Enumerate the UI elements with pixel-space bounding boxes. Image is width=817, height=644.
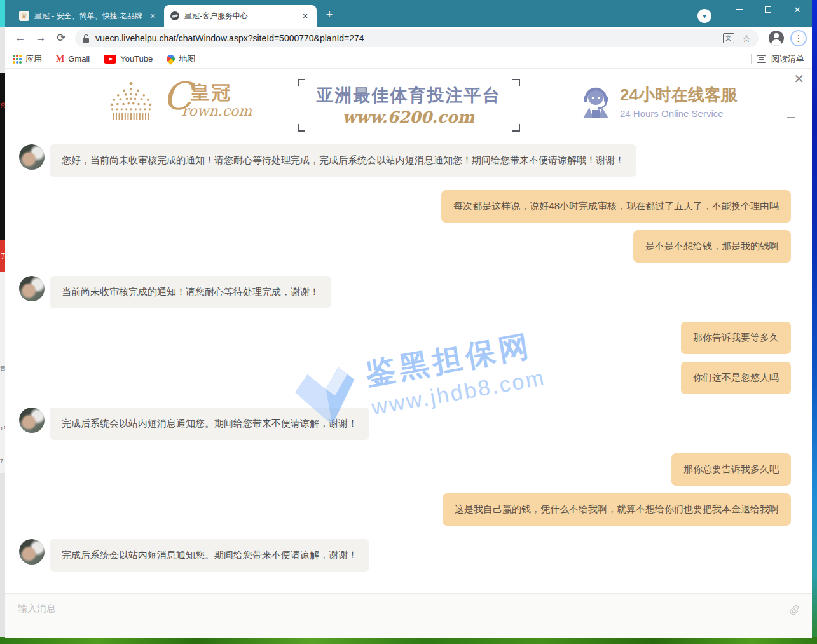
tab-close-icon[interactable]: ✕ xyxy=(148,11,158,21)
service-24h: 24小时在线客服 24 Hours Online Service xyxy=(579,84,738,119)
service-title-en: 24 Hours Online Service xyxy=(620,108,738,119)
lock-icon xyxy=(83,34,89,43)
service-title-cn: 24小时在线客服 xyxy=(620,84,738,106)
bracket-corner xyxy=(298,79,305,86)
chat-message-row: 当前尚未收审核完成的通知！请您耐心等待处理完成，谢谢！ xyxy=(19,276,791,308)
edge-segment-red: 子 xyxy=(0,240,5,272)
tab-close-icon[interactable]: ✕ xyxy=(300,11,310,21)
bookmark-label: YouTube xyxy=(120,54,153,64)
tab-customer-service[interactable]: 皇冠-客户服务中心 ✕ xyxy=(164,5,317,27)
bookmark-maps[interactable]: 地图 xyxy=(167,53,195,65)
banner-url: www.6200.com xyxy=(317,108,501,127)
promo-banner: 亚洲最佳体育投注平台 www.6200.com xyxy=(298,79,520,132)
url-text[interactable]: vuecn.livehelpu.chat/chatWindow.aspx?sit… xyxy=(95,33,723,43)
translate-icon[interactable]: 文 xyxy=(723,33,734,43)
chat-message-row: 每次都是这样说，说好48小时完成审核，现在都过了五天了，不能换个理由吗 xyxy=(19,190,791,223)
tab-title: 皇冠-客户服务中心 xyxy=(184,11,295,22)
forward-button[interactable]: → xyxy=(32,29,50,47)
agent-avatar xyxy=(19,276,45,301)
browser-window: ♛ 皇冠 - 安全、简单、快捷.老品牌 ✕ 皇冠-客户服务中心 ✕ + ▾ ✕ … xyxy=(5,0,812,638)
browser-toolbar: ← → ⟳ vuecn.livehelpu.chat/chatWindow.as… xyxy=(5,27,812,50)
crown-logo: C 皇冠 rown.com xyxy=(102,78,258,123)
edge-text-fragment: 子 xyxy=(0,252,5,261)
bookmark-star-icon[interactable]: ☆ xyxy=(742,32,751,45)
download-indicator-icon[interactable]: ▾ xyxy=(697,9,711,23)
bookmarks-bar: 应用 M Gmail YouTube 地图 阅读清单 xyxy=(5,50,812,69)
agent-message-bubble: 完成后系统会以站内短消息通知您。期间给您带来不便请谅解，谢谢！ xyxy=(50,408,369,440)
crown-wordmark: C 皇冠 rown.com xyxy=(163,78,258,123)
new-tab-button[interactable]: + xyxy=(320,6,338,24)
edge-segment-cyan xyxy=(0,0,5,27)
profile-avatar-icon[interactable] xyxy=(769,31,784,46)
edge-text-fragment: 7 xyxy=(0,458,5,464)
edge-text-fragment: 告 xyxy=(0,364,5,373)
chat-message-row: 这是我自己赢的钱，凭什么不给我啊，就算不想给你们也要把我本金退给我啊 xyxy=(19,493,791,526)
message-input-area xyxy=(5,593,812,638)
agent-message-bubble: 完成后系统会以站内短消息通知您。期间给您带来不便请谅解，谢谢！ xyxy=(50,539,369,572)
bookmark-gmail[interactable]: M Gmail xyxy=(56,54,90,64)
agent-avatar xyxy=(19,408,45,433)
chat-message-row: 完成后系统会以站内短消息通知您。期间给您带来不便请谅解，谢谢！ xyxy=(19,408,791,440)
agent-avatar xyxy=(19,539,45,565)
page-header: C 皇冠 rown.com 亚洲最佳体育投注平台 www.6200.com xyxy=(5,69,812,134)
bookmark-label: Gmail xyxy=(68,54,90,64)
bookmark-apps[interactable]: 应用 xyxy=(13,53,42,65)
headset-agent-icon xyxy=(579,85,612,119)
chat-message-row: 您好，当前尚未收审核完成的通知！请您耐心等待处理完成，完成后系统会以站内短消息通… xyxy=(19,144,791,177)
crown-favicon-icon: ♛ xyxy=(19,11,29,21)
user-message-bubble: 这是我自己赢的钱，凭什么不给我啊，就算不想给你们也要把我本金退给我啊 xyxy=(443,493,791,526)
bracket-corner xyxy=(298,124,305,132)
tab-title: 皇冠 - 安全、简单、快捷.老品牌 xyxy=(34,11,142,22)
page-close-icon[interactable]: ✕ xyxy=(793,71,804,86)
crown-dots-icon xyxy=(102,78,160,123)
chat-page: ✕ C xyxy=(5,69,812,638)
chat-message-row: 是不是不想给钱，那是我的钱啊 xyxy=(19,230,791,263)
reading-list-icon xyxy=(757,55,766,63)
maximize-button[interactable] xyxy=(753,0,783,19)
user-message-bubble: 那你总要告诉我多久吧 xyxy=(671,453,791,486)
reload-button[interactable]: ⟳ xyxy=(52,29,70,47)
agent-avatar xyxy=(19,144,45,170)
bracket-corner xyxy=(512,124,520,132)
edge-text-fragment: 究 xyxy=(0,101,5,110)
minimize-icon xyxy=(736,9,743,10)
edge-segment-black: 究 xyxy=(0,73,5,240)
background-window-sliver: 究 子 告 1号 7 xyxy=(0,0,5,638)
user-message-bubble: 每次都是这样说，说好48小时完成审核，现在都过了五天了，不能换个理由吗 xyxy=(441,190,791,223)
banner-slogan: 亚洲最佳体育投注平台 xyxy=(317,84,501,107)
desktop-grass-strip xyxy=(0,637,817,644)
bracket-corner xyxy=(512,79,520,86)
minimize-button[interactable] xyxy=(724,0,753,19)
maps-pin-icon xyxy=(165,53,177,64)
user-message-bubble: 是不是不想给钱，那是我的钱啊 xyxy=(633,230,791,263)
edge-segment-gray xyxy=(0,27,5,73)
browser-menu-icon[interactable]: ⋮ xyxy=(790,30,807,46)
tab-strip: ♛ 皇冠 - 安全、简单、快捷.老品牌 ✕ 皇冠-客户服务中心 ✕ + xyxy=(5,0,338,27)
edge-text-fragment: 1号 xyxy=(0,425,5,433)
bookmark-label: 地图 xyxy=(179,53,195,65)
reading-list[interactable]: 阅读清单 xyxy=(751,53,804,65)
gmail-icon: M xyxy=(56,54,64,64)
back-button[interactable]: ← xyxy=(11,29,29,47)
tab-crown-home[interactable]: ♛ 皇冠 - 安全、简单、快捷.老品牌 ✕ xyxy=(13,5,164,27)
reading-list-label: 阅读清单 xyxy=(771,53,804,65)
browser-titlebar: ♛ 皇冠 - 安全、简单、快捷.老品牌 ✕ 皇冠-客户服务中心 ✕ + ▾ ✕ xyxy=(5,0,812,27)
agent-message-bubble: 当前尚未收审核完成的通知！请您耐心等待处理完成，谢谢！ xyxy=(50,276,331,308)
chat-area[interactable]: 鉴黑担保网 www.jhdb8.com 您好，当前尚未收审核完成的通知！请您耐心… xyxy=(5,134,812,593)
separator xyxy=(751,54,752,64)
address-bar[interactable]: vuecn.livehelpu.chat/chatWindow.aspx?sit… xyxy=(75,29,759,47)
bookmark-label: 应用 xyxy=(25,53,42,65)
globe-favicon-icon xyxy=(170,11,179,20)
chat-message-row: 你们这不是忽悠人吗 xyxy=(19,362,791,394)
service-text: 24小时在线客服 24 Hours Online Service xyxy=(620,84,738,119)
bookmark-youtube[interactable]: YouTube xyxy=(104,54,153,64)
agent-message-bubble: 您好，当前尚未收审核完成的通知！请您耐心等待处理完成，完成后系统会以站内短消息通… xyxy=(50,144,636,177)
message-input[interactable] xyxy=(18,603,788,613)
maximize-icon xyxy=(765,6,771,13)
chat-message-row: 那你总要告诉我多久吧 xyxy=(19,453,791,486)
logo-english: rown.com xyxy=(182,103,252,119)
attachment-paperclip-icon[interactable] xyxy=(788,604,800,617)
window-controls: ✕ xyxy=(724,0,812,19)
close-window-button[interactable]: ✕ xyxy=(783,0,812,19)
user-message-bubble: 你们这不是忽悠人吗 xyxy=(681,362,791,394)
